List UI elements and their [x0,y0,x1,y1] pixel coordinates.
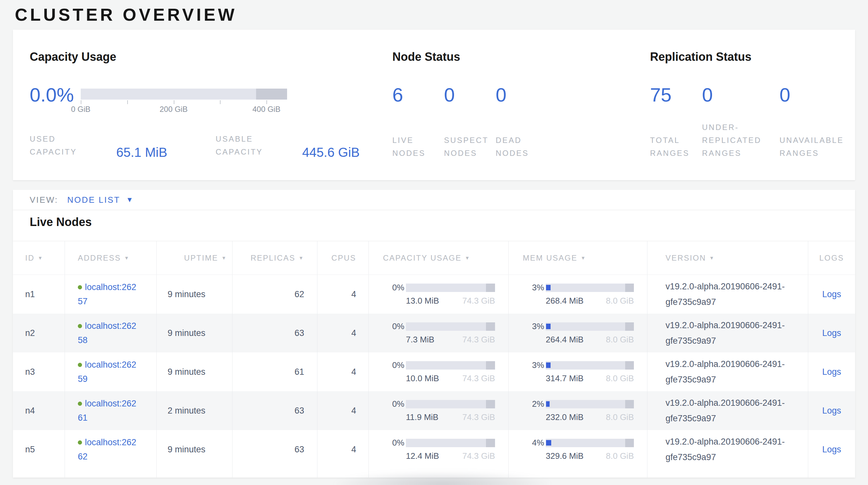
total-ranges-stat: 75 TOTAL RANGES [650,83,702,160]
column-header-uptime[interactable]: UPTIME▼ [156,241,232,275]
capacity-percent: 0% [390,283,404,293]
node-address-cell: localhost:262 59 [65,352,156,391]
node-address-link-line2[interactable]: 58 [78,333,136,347]
mem-used-value: 264.4 MiB [546,335,584,345]
dead-nodes-stat: 0 DEAD NODES [496,83,529,160]
unavailable-ranges-label: UNAVAILABLE RANGES [779,134,844,160]
total-ranges-label: TOTAL RANGES [650,134,702,160]
capacity-used-value: 7.3 MiB [406,335,434,345]
capacity-bar-reserved [486,361,495,370]
node-logs-cell: Logs [808,314,855,352]
column-header-id[interactable]: ID▼ [13,241,65,275]
replication-status-title: Replication Status [650,51,844,63]
table-row: n1 localhost:262 57 9 minutes 62 4 0% [13,275,855,314]
view-label: VIEW: [30,195,58,205]
logs-link[interactable]: Logs [822,367,841,377]
capacity-axis-labels: 0 GiB 200 GiB 400 GiB [81,105,287,116]
dead-nodes-value: 0 [496,83,529,107]
node-version-cell: v19.2.0-alpha.20190606-2491-gfe735c9a97 [647,352,808,391]
dead-nodes-label: DEAD NODES [496,134,529,160]
node-id-cell: n2 [13,314,65,352]
suspect-nodes-label: SUSPECT NODES [444,134,496,160]
mem-bar-reserved [625,439,634,447]
total-ranges-value: 75 [650,83,702,107]
mem-bar-fill [546,363,551,368]
table-row: n3 localhost:262 59 9 minutes 61 4 0% [13,352,855,391]
node-cpus-cell: 4 [317,352,368,391]
node-address-link-line2[interactable]: 59 [78,372,136,386]
node-replicas-cell: 61 [232,352,317,391]
replication-status-section: Replication Status 75 TOTAL RANGES 0 UND… [650,51,844,160]
capacity-bar [406,439,495,447]
capacity-percent: 0% [390,321,404,332]
node-address-link-line2[interactable]: 61 [78,411,136,425]
node-address-link[interactable]: localhost:262 [85,360,136,370]
column-header-replicas[interactable]: REPLICAS▼ [232,241,317,275]
live-status-dot-icon [78,440,82,445]
capacity-used-value: 10.0 MiB [406,373,439,383]
mem-used-value: 268.4 MiB [546,296,584,306]
capacity-usage-title: Capacity Usage [30,51,360,63]
column-header-mem-usage[interactable]: MEM USAGE▼ [508,241,647,275]
mem-total-value: 8.0 GiB [606,412,634,422]
mem-total-value: 8.0 GiB [606,451,634,461]
partial-row [13,469,855,478]
view-selected-value: NODE LIST [67,195,120,205]
logs-link[interactable]: Logs [822,328,841,338]
capacity-total-value: 74.3 GiB [462,335,495,345]
logs-link[interactable]: Logs [822,406,841,416]
logs-link[interactable]: Logs [822,445,841,455]
capacity-bar [406,400,495,408]
node-address-link-line2[interactable]: 57 [78,294,136,309]
node-replicas-cell: 63 [232,391,317,430]
node-mem-usage-cell: 3% 264.4 MiB 8.0 GiB [508,314,647,352]
axis-label-400gib: 400 GiB [252,105,281,114]
node-address-link[interactable]: localhost:262 [85,437,136,447]
node-address-link[interactable]: localhost:262 [85,399,136,408]
mem-total-value: 8.0 GiB [606,373,634,383]
mem-bar-reserved [625,284,634,292]
node-address-link[interactable]: localhost:262 [85,282,136,292]
live-nodes-value: 6 [392,83,444,107]
node-id-cell: n1 [13,275,65,314]
mem-bar [546,361,634,370]
logs-link[interactable]: Logs [822,289,841,299]
mem-bar-fill [546,401,550,406]
node-uptime-cell: 2 minutes [156,391,232,430]
table-header-row: ID▼ ADDRESS▼ UPTIME▼ REPLICAS▼ CPUS CAPA… [13,241,855,275]
live-status-dot-icon [78,285,82,289]
node-status-section: Node Status 6 LIVE NODES 0 SUSPECT NODES [392,51,529,160]
node-version-cell: v19.2.0-alpha.20190606-2491-gfe735c9a97 [647,430,808,469]
mem-percent: 2% [529,399,544,409]
node-cpus-cell: 4 [317,275,368,314]
capacity-total-value: 74.3 GiB [462,373,495,383]
sort-arrow-icon: ▼ [221,255,227,261]
capacity-percent: 0% [390,360,404,370]
node-address-link[interactable]: localhost:262 [85,321,136,331]
mem-bar [546,439,634,447]
axis-label-0gib: 0 GiB [71,105,90,114]
node-id-cell: n4 [13,391,65,430]
node-address-cell: localhost:262 58 [65,314,156,352]
node-mem-usage-cell: 2% 232.0 MiB 8.0 GiB [508,391,647,430]
node-capacity-usage-cell: 0% 12.4 MiB 74.3 GiB [368,430,508,469]
column-header-address[interactable]: ADDRESS▼ [65,241,156,275]
cluster-overview-page: CLUSTER OVERVIEW Capacity Usage 0.0% [0,0,868,485]
node-address-link-line2[interactable]: 62 [78,450,136,464]
column-header-version[interactable]: VERSION▼ [647,241,808,275]
node-replicas-cell: 62 [232,275,317,314]
capacity-usage-bar [81,89,287,99]
page-title: CLUSTER OVERVIEW [15,4,237,25]
node-replicas-cell: 63 [232,314,317,352]
mem-percent: 3% [529,321,544,332]
mem-bar [546,400,634,408]
column-header-capacity-usage[interactable]: CAPACITY USAGE▼ [368,241,508,275]
sort-arrow-icon: ▼ [299,255,304,261]
capacity-percent: 0% [390,399,404,409]
capacity-bar-reserved [486,400,495,408]
node-replicas-cell: 63 [232,430,317,469]
view-selector-dropdown[interactable]: NODE LIST ▼ [67,195,133,205]
node-address-cell: localhost:262 57 [65,275,156,314]
table-row: n5 localhost:262 62 9 minutes 63 4 0% [13,430,855,469]
sort-arrow-icon: ▼ [709,255,715,261]
